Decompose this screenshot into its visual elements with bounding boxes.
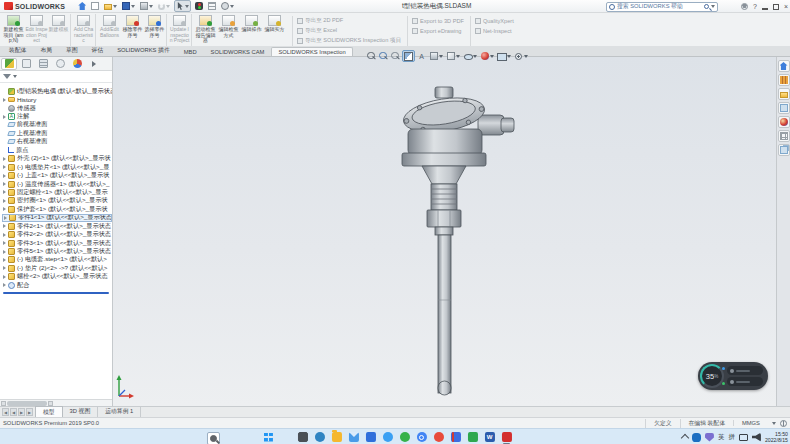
- ribbon-tab[interactable]: MBD: [177, 47, 204, 56]
- ribbon-button[interactable]: Update Inspection Project: [169, 14, 192, 46]
- ribbon-tab[interactable]: SOLIDWORKS CAM: [204, 47, 272, 56]
- expand-arrow-icon[interactable]: [3, 199, 6, 203]
- chevron-down-icon[interactable]: [711, 5, 715, 8]
- feature-tree-item[interactable]: 密封圈<1> (默认<<默认>_显示状: [2, 197, 112, 205]
- view-tool-button[interactable]: [416, 50, 427, 62]
- recorder-overlay[interactable]: 35%: [698, 362, 768, 390]
- taskbar-app-icon[interactable]: [398, 431, 411, 444]
- search-icon[interactable]: [704, 4, 709, 9]
- expand-arrow-icon[interactable]: [3, 283, 6, 287]
- panel-tab[interactable]: [86, 58, 102, 70]
- security-shield-icon[interactable]: [705, 433, 714, 442]
- feature-tree-item[interactable]: History: [2, 95, 112, 103]
- ribbon-button[interactable]: 新建检查项目 (amp;N): [2, 14, 25, 46]
- export-menu-item[interactable]: 导出至 2D PDF: [297, 16, 401, 25]
- taskbar-app-icon[interactable]: [313, 431, 326, 444]
- graphics-area[interactable]: 35%: [113, 57, 776, 406]
- onedrive-icon[interactable]: [692, 433, 701, 442]
- quick-access-button[interactable]: [121, 1, 136, 11]
- feature-tree-item[interactable]: 螺栓<2> (默认<<默认>_显示状态: [2, 273, 112, 281]
- ribbon-button[interactable]: Add Characteristic: [73, 14, 96, 46]
- taskbar-app-icon[interactable]: [432, 431, 445, 444]
- taskbar-app-icon[interactable]: [381, 431, 394, 444]
- ribbon-tab[interactable]: SOLIDWORKS 插件: [110, 44, 177, 56]
- feature-tree-item[interactable]: 固定螺栓<1> (默认<<默认>_显示: [2, 188, 112, 196]
- network-icon[interactable]: [739, 434, 748, 441]
- expand-arrow-icon[interactable]: [3, 266, 6, 270]
- quick-access-button[interactable]: [157, 2, 171, 11]
- ribbon-button[interactable]: 启动检查报告编辑器: [194, 14, 217, 46]
- tab-nav-button[interactable]: ▶: [18, 408, 25, 416]
- panel-tab[interactable]: [69, 58, 85, 70]
- feature-tree-item[interactable]: t型铠装热电偶 (默认<默认_显示状态-1: [2, 87, 112, 95]
- scroll-left-icon[interactable]: [1, 401, 6, 406]
- ribbon-tab[interactable]: 草图: [59, 44, 85, 56]
- feature-tree-item[interactable]: 注解: [2, 112, 112, 120]
- tray-clock[interactable]: 15:50 2022/8/15: [765, 431, 788, 443]
- feature-tree-item[interactable]: (-) 温度传感器<1> (默认<<默认>_: [2, 180, 112, 188]
- task-pane-tab[interactable]: [778, 74, 790, 86]
- expand-arrow-icon[interactable]: [3, 190, 6, 194]
- overlay-button-bottom[interactable]: [727, 377, 763, 386]
- globe-icon[interactable]: [780, 420, 787, 427]
- quick-access-button[interactable]: [77, 1, 87, 11]
- export-menu-item[interactable]: QualityXpert: [475, 16, 514, 25]
- export-menu-item[interactable]: 导出至 Excel: [297, 26, 401, 35]
- help-search-box[interactable]: 搜索 SOLIDWORKS 帮助: [606, 2, 718, 12]
- taskbar-app-icon[interactable]: [347, 431, 360, 444]
- view-tool-button[interactable]: [378, 50, 389, 62]
- ribbon-button[interactable]: 编辑操作: [240, 14, 263, 46]
- restore-button[interactable]: [773, 4, 779, 10]
- expand-arrow-icon[interactable]: [3, 207, 6, 211]
- feature-tree-item[interactable]: 原点: [2, 146, 112, 154]
- task-pane-tab[interactable]: [778, 144, 790, 156]
- quick-access-button[interactable]: [194, 1, 204, 11]
- overlay-button-top[interactable]: [727, 366, 763, 375]
- export-menu-item[interactable]: Net-Inspect: [475, 26, 514, 35]
- panel-tab[interactable]: [18, 58, 34, 70]
- task-pane-tab[interactable]: [778, 60, 790, 72]
- expand-arrow-icon[interactable]: [3, 174, 6, 178]
- export-menu-item[interactable]: Export to 3D PDF: [412, 16, 464, 25]
- feature-tree-item[interactable]: 上视基准面: [2, 129, 112, 137]
- export-menu-item[interactable]: 导出至 SOLIDWORKS Inspection 项目: [297, 36, 401, 45]
- tree-filter-row[interactable]: [0, 71, 112, 83]
- ribbon-tab[interactable]: SOLIDWORKS Inspection: [271, 47, 352, 56]
- task-pane-tab[interactable]: [778, 130, 790, 142]
- user-account-icon[interactable]: [741, 3, 748, 10]
- minimize-button[interactable]: [762, 8, 768, 10]
- ribbon-button[interactable]: Edit Inspection Project: [25, 14, 48, 46]
- feature-tree-item[interactable]: 外壳 (2)<1> (默认<<默认>_显示状: [2, 155, 112, 163]
- tray-chevron-icon[interactable]: [681, 434, 689, 442]
- scrollbar-thumb[interactable]: [7, 401, 47, 406]
- expand-arrow-icon[interactable]: [3, 233, 6, 237]
- view-tool-button[interactable]: [445, 50, 461, 62]
- tab-nav-button[interactable]: ▶: [26, 408, 33, 416]
- view-tool-button[interactable]: [462, 50, 478, 62]
- task-pane-tab[interactable]: [778, 116, 790, 128]
- feature-tree-item[interactable]: 配合: [2, 281, 112, 289]
- chevron-down-icon[interactable]: [772, 422, 776, 425]
- ime-language-indicator[interactable]: 英: [718, 433, 725, 442]
- feature-tree-item[interactable]: 零件1<1> (默认<<默认>_显示状态: [2, 214, 112, 222]
- quick-access-button[interactable]: [220, 1, 235, 11]
- quick-access-button[interactable]: [174, 0, 191, 12]
- view-tool-button[interactable]: [366, 50, 377, 62]
- taskbar-app-icon[interactable]: [500, 431, 513, 444]
- close-button[interactable]: ×: [784, 3, 788, 10]
- ribbon-button[interactable]: Add/Edit Balloons: [98, 14, 121, 46]
- view-tool-button[interactable]: [428, 50, 444, 62]
- expand-arrow-icon[interactable]: [3, 275, 6, 279]
- taskbar-app-icon[interactable]: [415, 431, 428, 444]
- feature-tree-item[interactable]: 右视基准面: [2, 138, 112, 146]
- taskbar-app-icon[interactable]: W: [483, 431, 496, 444]
- quick-access-button[interactable]: [139, 1, 154, 11]
- expand-arrow-icon[interactable]: [3, 182, 6, 186]
- expand-arrow-icon[interactable]: [3, 115, 6, 119]
- expand-arrow-icon[interactable]: [4, 216, 7, 220]
- expand-arrow-icon[interactable]: [3, 157, 6, 161]
- scroll-right-icon[interactable]: [48, 401, 53, 406]
- feature-tree-item[interactable]: (-) 垫片 (2)<2> ->? (默认<<默认>: [2, 264, 112, 272]
- view-tool-button[interactable]: [496, 50, 512, 62]
- horizontal-scrollbar[interactable]: [0, 399, 112, 406]
